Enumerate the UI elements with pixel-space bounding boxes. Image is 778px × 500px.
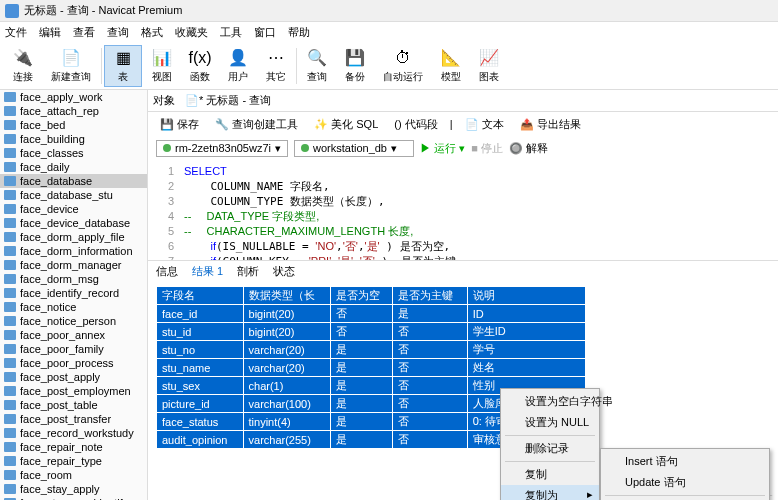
tree-item[interactable]: face_notice (0, 300, 147, 314)
ctx-item[interactable]: Insert 语句 (601, 451, 769, 472)
menu-item[interactable]: 编辑 (39, 25, 61, 40)
menu-item[interactable]: 收藏夹 (175, 25, 208, 40)
tree-item[interactable]: face_poor_process (0, 356, 147, 370)
tree-item[interactable]: face_dorm_apply_file (0, 230, 147, 244)
menu-item[interactable]: 查看 (73, 25, 95, 40)
toolbar-备份[interactable]: 💾备份 (337, 46, 373, 86)
tree-item[interactable]: face_room (0, 468, 147, 482)
result-grid[interactable]: 字段名数据类型（长是否为空是否为主键说明face_idbigint(20)否是I… (156, 286, 770, 449)
result-tab[interactable]: 结果 1 (192, 264, 223, 279)
menu-item[interactable]: 查询 (107, 25, 129, 40)
toolbar-表[interactable]: ▦表 (104, 45, 142, 87)
table-icon (4, 302, 16, 312)
tree-item[interactable]: face_dorm_msg (0, 272, 147, 286)
tree-item[interactable]: face_record_workstudy (0, 426, 147, 440)
grid-header[interactable]: 是否为空 (330, 287, 392, 305)
ctx-item[interactable]: 复制 (501, 464, 599, 485)
toolbar-新建查询[interactable]: 📄新建查询 (43, 46, 99, 86)
sidebar-tree[interactable]: face_apply_workface_attach_repface_bedfa… (0, 90, 148, 500)
grid-header[interactable]: 数据类型（长 (243, 287, 330, 305)
tree-item[interactable]: face_poor_family (0, 342, 147, 356)
table-icon (4, 316, 16, 326)
menu-item[interactable]: 格式 (141, 25, 163, 40)
server-select[interactable]: rm-2zetn83n05wz7i ▾ (156, 140, 288, 157)
table-icon (4, 400, 16, 410)
tree-item[interactable]: face_device_database (0, 216, 147, 230)
tree-item[interactable]: face_notice_person (0, 314, 147, 328)
grid-row[interactable]: stu_novarchar(20)是否学号 (157, 341, 586, 359)
menu-item[interactable]: 帮助 (288, 25, 310, 40)
menu-item[interactable]: 文件 (5, 25, 27, 40)
tree-item[interactable]: face_dorm_information (0, 244, 147, 258)
result-tab[interactable]: 状态 (273, 264, 295, 279)
tree-item[interactable]: face_classes (0, 146, 147, 160)
toolbar-函数[interactable]: f(x)函数 (182, 46, 218, 86)
tree-item[interactable]: face_attach_rep (0, 104, 147, 118)
tree-item[interactable]: face_post_employmen (0, 384, 147, 398)
code-button[interactable]: () 代码段 (390, 115, 441, 134)
toolbar-其它[interactable]: ⋯其它 (258, 46, 294, 86)
tree-item[interactable]: face_apply_work (0, 90, 147, 104)
tree-item[interactable]: face_bed (0, 118, 147, 132)
save-button[interactable]: 💾 保存 (156, 115, 203, 134)
explain-button[interactable]: 🔘 解释 (509, 141, 548, 156)
builder-button[interactable]: 🔧 查询创建工具 (211, 115, 302, 134)
tree-item[interactable]: face_post_transfer (0, 412, 147, 426)
tree-item[interactable]: face_device (0, 202, 147, 216)
export-button[interactable]: 📤 导出结果 (516, 115, 585, 134)
toolbar-模型[interactable]: 📐模型 (433, 46, 469, 86)
grid-header[interactable]: 字段名 (157, 287, 244, 305)
grid-row[interactable]: stu_idbigint(20)否否学生ID (157, 323, 586, 341)
tree-item[interactable]: face_stay_apply (0, 482, 147, 496)
tree-item[interactable]: face_database_stu (0, 188, 147, 202)
ctx-item[interactable]: 设置为空白字符串 (501, 391, 599, 412)
context-menu[interactable]: 设置为空白字符串设置为 NULL删除记录复制复制为▸粘贴显示▸ (500, 388, 600, 500)
table-icon (4, 372, 16, 382)
tree-item[interactable]: face_database (0, 174, 147, 188)
tree-item[interactable]: face_repair_type (0, 454, 147, 468)
tree-item[interactable]: face_building (0, 132, 147, 146)
toolbar-查询[interactable]: 🔍查询 (299, 46, 335, 86)
menu-item[interactable]: 工具 (220, 25, 242, 40)
context-submenu[interactable]: Insert 语句Update 语句制表符分隔值 (数据)制表符分隔值 (字段名… (600, 448, 770, 500)
toolbar-视图[interactable]: 📊视图 (144, 46, 180, 86)
grid-row[interactable]: stu_namevarchar(20)是否姓名 (157, 359, 586, 377)
run-button[interactable]: ▶ 运行 ▾ (420, 141, 465, 156)
tab-query[interactable]: 📄* 无标题 - 查询 (185, 93, 271, 108)
ctx-item[interactable]: 复制为▸ (501, 485, 599, 500)
tree-item[interactable]: face_post_apply (0, 370, 147, 384)
menu-item[interactable]: 窗口 (254, 25, 276, 40)
grid-header[interactable]: 说明 (467, 287, 585, 305)
ctx-item[interactable]: 设置为 NULL (501, 412, 599, 433)
grid-row[interactable]: face_idbigint(20)否是ID (157, 305, 586, 323)
table-icon (4, 442, 16, 452)
toolbar-图表[interactable]: 📈图表 (471, 46, 507, 86)
ctx-item[interactable]: Update 语句 (601, 472, 769, 493)
视图-icon: 📊 (152, 48, 172, 68)
sql-editor[interactable]: 1SELECT 2 COLUMN_NAME 字段名, 3 COLUMN_TYPE… (148, 160, 778, 260)
ctx-item[interactable]: 删除记录 (501, 438, 599, 459)
text-button[interactable]: 📄 文本 (461, 115, 508, 134)
table-icon (4, 414, 16, 424)
db-select[interactable]: workstation_db ▾ (294, 140, 414, 157)
beautify-button[interactable]: ✨ 美化 SQL (310, 115, 382, 134)
tree-item[interactable]: face_stranger_identify_ (0, 496, 147, 500)
tree-item[interactable]: face_daily (0, 160, 147, 174)
tree-item[interactable]: face_identify_record (0, 286, 147, 300)
table-icon (4, 92, 16, 102)
table-icon (4, 260, 16, 270)
tree-item[interactable]: face_dorm_manager (0, 258, 147, 272)
table-icon (4, 246, 16, 256)
toolbar-用户[interactable]: 👤用户 (220, 46, 256, 86)
result-tab[interactable]: 剖析 (237, 264, 259, 279)
toolbar-自动运行[interactable]: ⏱自动运行 (375, 46, 431, 86)
result-tab[interactable]: 信息 (156, 264, 178, 279)
图表-icon: 📈 (479, 48, 499, 68)
tree-item[interactable]: face_repair_note (0, 440, 147, 454)
tree-item[interactable]: face_poor_annex (0, 328, 147, 342)
tree-item[interactable]: face_post_table (0, 398, 147, 412)
toolbar-连接[interactable]: 🔌连接 (5, 46, 41, 86)
result-tabs: 信息结果 1剖析状态 (148, 260, 778, 282)
tab-objects[interactable]: 对象 (153, 93, 175, 108)
grid-header[interactable]: 是否为主键 (392, 287, 467, 305)
